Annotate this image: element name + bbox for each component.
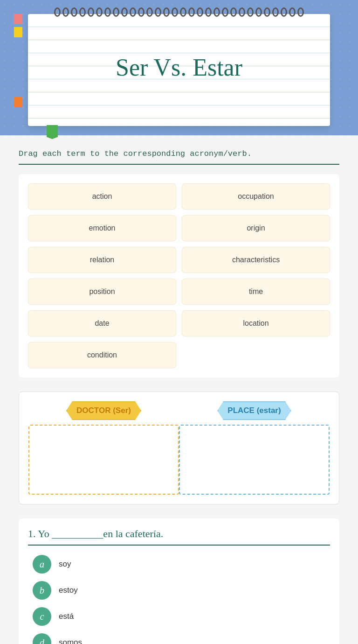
spiral-loop <box>146 7 153 17</box>
tab-yellow <box>14 27 22 37</box>
doctor-drop-area[interactable] <box>28 425 179 495</box>
spiral-loop <box>71 7 77 17</box>
term-card-location[interactable]: location <box>182 310 330 336</box>
option-text-a: soy <box>59 560 71 569</box>
spiral-loop <box>281 7 287 17</box>
option-badge-b: b <box>33 581 51 600</box>
spiral-loop <box>297 7 304 17</box>
section-divider <box>19 164 339 165</box>
term-card-occupation[interactable]: occupation <box>182 183 330 210</box>
spiral-loop <box>264 7 270 17</box>
place-ribbon: PLACE (estar) <box>217 401 291 420</box>
spiral-loop <box>54 7 61 17</box>
tab-pink <box>14 14 22 24</box>
doctor-label-wrapper: DOCTOR (Ser) <box>66 401 141 420</box>
spiral-loop <box>62 7 69 17</box>
term-card-characteristics[interactable]: characteristics <box>182 247 330 273</box>
spiral-loop <box>213 7 220 17</box>
spiral-loop <box>96 7 103 17</box>
doctor-ribbon: DOCTOR (Ser) <box>66 401 141 420</box>
spiral-loop <box>205 7 212 17</box>
option-text-c: está <box>59 612 74 621</box>
spiral-loop <box>88 7 94 17</box>
term-card-emotion[interactable]: emotion <box>28 215 176 241</box>
option-badge-a: a <box>33 555 51 574</box>
quiz-options: asoybestoycestádsomos <box>28 555 330 644</box>
quiz-option-d[interactable]: dsomos <box>33 633 325 644</box>
term-card-date[interactable]: date <box>28 310 176 336</box>
spiral-loop <box>180 7 186 17</box>
spiral-loop <box>155 7 161 17</box>
term-card-time[interactable]: time <box>182 279 330 305</box>
green-bookmark <box>47 125 58 139</box>
spiral-loop <box>172 7 178 17</box>
term-card-action[interactable]: action <box>28 183 176 210</box>
drop-zones-container: DOCTOR (Ser) PLACE (estar) <box>19 392 339 504</box>
spiral-loops <box>54 7 304 17</box>
spiral-loop <box>130 7 136 17</box>
spiral-loop <box>239 7 245 17</box>
term-card-origin[interactable]: origin <box>182 215 330 241</box>
spiral-loop <box>247 7 254 17</box>
side-tab-bottom <box>14 97 22 107</box>
option-badge-c: c <box>33 607 51 626</box>
drop-zone-doctor[interactable]: DOCTOR (Ser) <box>28 401 179 495</box>
terms-container: actionoccupationemotionoriginrelationcha… <box>19 174 339 378</box>
spiral-loop <box>255 7 262 17</box>
quiz-option-a[interactable]: asoy <box>33 555 325 574</box>
quiz-section: 1. Yo __________en la cafetería. asoybes… <box>19 518 339 644</box>
quiz-option-b[interactable]: bestoy <box>33 581 325 600</box>
notebook-paper: Ser Vs. Estar <box>28 14 330 126</box>
main-content: Drag each term to the corresponding acro… <box>0 135 358 644</box>
quiz-question: 1. Yo __________en la cafetería. <box>28 528 330 540</box>
spiral-loop <box>79 7 86 17</box>
drop-zone-place[interactable]: PLACE (estar) <box>179 401 330 495</box>
spiral-loop <box>197 7 203 17</box>
spiral-loop <box>289 7 296 17</box>
terms-grid: actionoccupationemotionoriginrelationcha… <box>28 183 330 368</box>
spiral-loop <box>163 7 170 17</box>
option-text-d: somos <box>59 638 82 644</box>
term-card-relation[interactable]: relation <box>28 247 176 273</box>
option-badge-d: d <box>33 633 51 644</box>
place-drop-area[interactable] <box>179 425 330 495</box>
spiral-loop <box>222 7 228 17</box>
page-title: Ser Vs. Estar <box>116 44 242 91</box>
spiral-loop <box>104 7 111 17</box>
option-text-b: estoy <box>59 586 78 595</box>
tab-orange <box>14 97 22 107</box>
question-text: Yo __________en la cafetería. <box>38 528 163 539</box>
quiz-option-c[interactable]: cestá <box>33 607 325 626</box>
spiral-loop <box>230 7 237 17</box>
spiral-loop <box>113 7 119 17</box>
spiral-loop <box>188 7 195 17</box>
quiz-divider <box>28 545 330 546</box>
term-card-condition[interactable]: condition <box>28 342 176 368</box>
place-label-wrapper: PLACE (estar) <box>217 401 291 420</box>
term-card-position[interactable]: position <box>28 279 176 305</box>
spiral-loop <box>272 7 279 17</box>
spiral-binding <box>28 5 330 17</box>
question-number: 1. <box>28 528 36 539</box>
spiral-loop <box>138 7 145 17</box>
notebook-section: Ser Vs. Estar <box>0 0 358 135</box>
spiral-loop <box>121 7 128 17</box>
instruction-text: Drag each term to the corresponding acro… <box>19 149 339 158</box>
side-tabs <box>14 14 22 37</box>
